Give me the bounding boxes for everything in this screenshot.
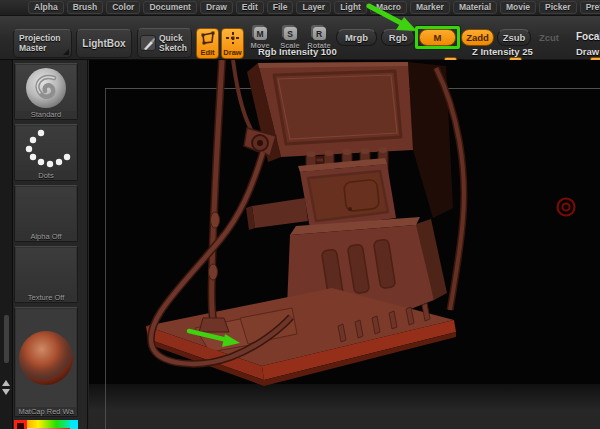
left-tray-divider[interactable]	[0, 60, 13, 429]
menu-item-alpha[interactable]: Alpha	[28, 1, 64, 14]
scale-icon: S	[284, 27, 297, 40]
projection-master-button[interactable]: Projection Master	[13, 29, 72, 58]
rotate-icon: R	[313, 27, 326, 40]
texture-off-thumb	[16, 248, 76, 294]
standard-brush-thumb-icon	[16, 65, 76, 111]
menu-item-brush[interactable]: Brush	[67, 1, 104, 14]
draw-size-label: Draw	[576, 46, 599, 57]
menu-item-light[interactable]: Light	[334, 1, 367, 14]
top-shelf: Projection Master LightBox Quick Sketch …	[0, 16, 600, 60]
stroke-name-label: Dots	[15, 171, 77, 180]
edit-label: Edit	[200, 49, 214, 57]
menu-item-color[interactable]: Color	[106, 1, 140, 14]
hue-ring-right[interactable]	[70, 420, 78, 429]
menu-item-preferences[interactable]: Preferences	[580, 1, 600, 14]
edit-gizmo-icon	[200, 31, 216, 45]
rgb-intensity-value: 100	[321, 46, 337, 57]
zadd-button[interactable]: Zadd	[461, 29, 494, 46]
alpha-name-label: Alpha Off	[15, 232, 77, 241]
alpha-off-thumb	[16, 187, 76, 233]
menu-item-file[interactable]: File	[267, 1, 294, 14]
edit-mode-button[interactable]: Edit	[196, 28, 219, 59]
texture-name-label: Texture Off	[15, 293, 77, 302]
color-picker[interactable]	[14, 420, 78, 429]
z-intensity-slider[interactable]: Z Intensity 25	[464, 46, 577, 61]
current-material-matcap[interactable]: MatCap Red Wa	[14, 307, 78, 417]
rgb-button[interactable]: Rgb	[381, 29, 415, 46]
focal-shift-label: Focal	[576, 31, 600, 42]
dots-stroke-thumb-icon	[16, 126, 76, 172]
draw-mode-button[interactable]: Draw	[221, 28, 244, 59]
menu-item-movie[interactable]: Movie	[500, 1, 536, 14]
brush-name-label: Standard	[15, 110, 77, 119]
mrgb-button[interactable]: Mrgb	[336, 29, 377, 46]
quick-sketch-button[interactable]: Quick Sketch	[137, 28, 192, 58]
zbrush-window: AlphaBrushColorDocumentDrawEditFileLayer…	[0, 0, 600, 429]
menu-item-layer[interactable]: Layer	[296, 1, 331, 14]
z-intensity-label: Z Intensity	[472, 46, 520, 57]
document-canvas[interactable]	[89, 60, 600, 429]
menu-item-document[interactable]: Document	[143, 1, 197, 14]
matcap-red-wax-thumb-icon	[16, 309, 76, 407]
tray-collapse-arrows-icon[interactable]	[2, 380, 11, 398]
quick-sketch-label: Quick Sketch	[159, 33, 189, 53]
current-color-swatch	[14, 420, 27, 429]
left-shelf: Standard Dots Alpha Off Texture Off	[0, 60, 88, 429]
m-button-highlight-box	[415, 26, 460, 49]
zsub-button[interactable]: Zsub	[497, 29, 531, 46]
draw-label: Draw	[223, 49, 241, 57]
current-texture-off[interactable]: Texture Off	[14, 246, 78, 303]
current-stroke-dots[interactable]: Dots	[14, 124, 78, 181]
menu-item-draw[interactable]: Draw	[200, 1, 233, 14]
brush-icon	[140, 35, 156, 51]
menu-item-edit[interactable]: Edit	[236, 1, 264, 14]
zcut-button[interactable]: Zcut	[534, 29, 564, 46]
menu-bar: AlphaBrushColorDocumentDrawEditFileLayer…	[0, 0, 600, 16]
draw-size-slider[interactable]: Draw	[576, 46, 600, 61]
lightbox-button[interactable]: LightBox	[76, 29, 132, 58]
menu-item-picker[interactable]: Picker	[539, 1, 577, 14]
mech-sculpt-model	[100, 60, 600, 429]
draw-crosshair-icon	[225, 31, 241, 45]
tray-scrollbar[interactable]	[4, 315, 9, 363]
z-intensity-value: 25	[522, 46, 533, 57]
current-brush-standard[interactable]: Standard	[14, 63, 78, 120]
material-name-label: MatCap Red Wa	[15, 407, 77, 416]
menu-item-marker[interactable]: Marker	[410, 1, 450, 14]
move-icon: M	[254, 27, 267, 40]
current-alpha-off[interactable]: Alpha Off	[14, 185, 78, 242]
menu-item-macro[interactable]: Macro	[370, 1, 407, 14]
rgb-intensity-label: Rgb Intensity	[258, 46, 318, 57]
menu-item-material[interactable]: Material	[453, 1, 497, 14]
